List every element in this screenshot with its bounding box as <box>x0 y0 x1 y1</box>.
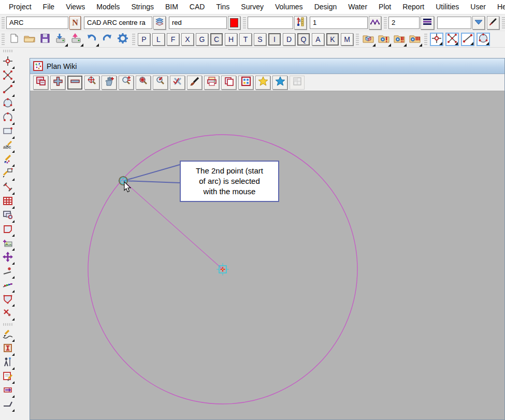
string-name-input[interactable] <box>6 17 68 29</box>
snap-k-button[interactable]: K <box>326 33 339 46</box>
sidebar-extend-tool[interactable] <box>1 384 15 398</box>
sidebar-grid-tool[interactable] <box>1 195 15 209</box>
snap-c-button[interactable]: C <box>210 33 223 46</box>
view-menu-button[interactable] <box>33 76 48 90</box>
cad-point-button[interactable] <box>430 33 443 46</box>
toolbar-grip[interactable] <box>424 34 427 45</box>
menu-plot[interactable]: Plot <box>373 0 397 14</box>
sidebar-freehand-tool[interactable] <box>1 328 15 342</box>
zoom-previous-button[interactable] <box>153 76 168 90</box>
menu-help[interactable]: Help <box>492 0 505 14</box>
sidebar-text-tool[interactable]: abc <box>1 139 15 153</box>
copy-view-button[interactable] <box>221 76 236 90</box>
sidebar-polygon-tool[interactable] <box>1 223 15 237</box>
snap-h-button[interactable]: H <box>225 33 237 46</box>
picker-button[interactable] <box>487 16 499 30</box>
toolbar-grip[interactable] <box>384 17 387 28</box>
sidebar-point-tool[interactable] <box>1 55 15 69</box>
sidebar-offset-tool[interactable] <box>1 265 15 279</box>
sidebar-xnode-tool[interactable] <box>1 69 15 83</box>
symbol-dropdown-button[interactable] <box>472 16 485 30</box>
redraw-button[interactable] <box>170 76 185 90</box>
model-gear-2-button[interactable] <box>392 32 407 47</box>
snap-a-button[interactable]: A <box>312 33 324 46</box>
model-create-button[interactable] <box>361 32 376 47</box>
menu-utilities[interactable]: Utilities <box>430 0 465 14</box>
sidebar-note-tool[interactable] <box>1 370 15 384</box>
menu-strings[interactable]: Strings <box>125 0 160 14</box>
import-button[interactable] <box>53 32 68 47</box>
menu-views[interactable]: Views <box>60 0 91 14</box>
sidebar-delete-point-tool[interactable] <box>1 307 15 321</box>
open-button[interactable] <box>22 32 37 47</box>
zoom-extents-button[interactable] <box>136 76 151 90</box>
snap-t-button[interactable]: T <box>239 33 252 46</box>
clean-button[interactable] <box>187 76 202 90</box>
sidebar-segment-colour-tool[interactable] <box>1 279 15 293</box>
undo-button[interactable] <box>84 32 99 47</box>
zoom-dynamic-button[interactable] <box>84 76 99 90</box>
snap-s-button[interactable]: S <box>254 33 266 46</box>
linestyle-input[interactable] <box>388 17 420 29</box>
menu-bim[interactable]: BIM <box>160 0 184 14</box>
menu-file[interactable]: File <box>37 0 61 14</box>
weight-input[interactable] <box>310 17 368 29</box>
snap-m-button[interactable]: M <box>341 33 353 46</box>
sidebar-copy-tool[interactable] <box>1 209 15 223</box>
menu-project[interactable]: Project <box>3 0 37 14</box>
menu-volumes[interactable]: Volumes <box>269 0 309 14</box>
weight-style-button[interactable] <box>369 16 381 30</box>
zoom-out-button[interactable] <box>67 76 82 90</box>
sidebar-circle-tool[interactable] <box>1 97 15 111</box>
plot-button[interactable] <box>204 76 219 90</box>
sidebar-edit-points-tool[interactable] <box>1 153 15 167</box>
model-list-button[interactable] <box>153 16 166 30</box>
sheet-layout-button[interactable] <box>238 76 253 90</box>
sidebar-shield-tool[interactable] <box>1 293 15 307</box>
snap-l-button[interactable]: L <box>152 33 165 46</box>
snap-p-button[interactable]: P <box>138 33 150 46</box>
sidebar-symbol-tool[interactable] <box>1 167 15 181</box>
settings-button[interactable] <box>116 32 130 47</box>
menu-cad[interactable]: CAD <box>184 0 211 14</box>
linestyle-button[interactable] <box>421 16 434 30</box>
toolbar-grip[interactable] <box>2 17 5 28</box>
zoom-box-button[interactable] <box>119 76 134 90</box>
snap-i-button[interactable]: I <box>268 33 281 46</box>
toolbar-grip[interactable] <box>356 34 359 45</box>
toolbar-grip[interactable] <box>2 34 5 45</box>
menu-report[interactable]: Report <box>397 0 430 14</box>
plan-window-titlebar[interactable]: Plan Wiki <box>30 59 504 74</box>
name-toggle-button[interactable]: N <box>69 16 81 30</box>
menu-models[interactable]: Models <box>91 0 125 14</box>
menu-design[interactable]: Design <box>309 0 343 14</box>
pan-button[interactable] <box>102 76 117 90</box>
snap-g-button[interactable]: G <box>196 33 208 46</box>
sidebar-move-tool[interactable] <box>1 251 15 265</box>
new-button[interactable] <box>7 32 21 47</box>
redo-button[interactable] <box>100 32 114 47</box>
menu-user[interactable]: User <box>465 0 492 14</box>
sidebar-angle-tool[interactable] <box>1 398 15 412</box>
colour-input[interactable] <box>169 17 227 29</box>
favourite-blue-button[interactable] <box>272 76 287 90</box>
cad-circle-button[interactable] <box>477 33 490 46</box>
sidebar-traverse-tool[interactable] <box>1 356 15 370</box>
toolbar-grip[interactable] <box>502 17 505 28</box>
sidebar-measure-tool[interactable] <box>1 181 15 195</box>
favourite-yellow-button[interactable] <box>255 76 270 90</box>
zoom-in-button[interactable] <box>50 76 65 90</box>
sidebar-grip[interactable] <box>3 50 12 52</box>
toolbar-grip[interactable] <box>243 17 246 28</box>
snap-x-button[interactable]: X <box>181 33 194 46</box>
save-button[interactable] <box>38 32 52 47</box>
menu-water[interactable]: Water <box>342 0 373 14</box>
plan-canvas[interactable]: The 2nd point (start of arc) is selected… <box>30 91 504 419</box>
model-input[interactable] <box>84 17 152 29</box>
cad-xnode-button[interactable] <box>445 33 459 46</box>
model-gear-1-button[interactable] <box>377 32 391 47</box>
sidebar-image-tool[interactable] <box>1 237 15 251</box>
snap-d-button[interactable]: D <box>283 33 295 46</box>
model-gear-3-button[interactable] <box>408 32 422 47</box>
pane-button[interactable] <box>290 76 305 90</box>
